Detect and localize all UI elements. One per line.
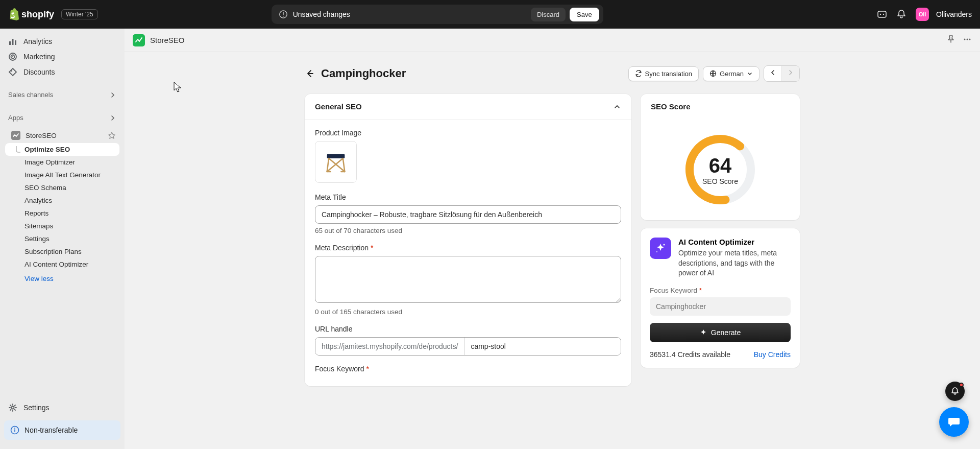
svg-point-18: [964, 38, 966, 40]
meta-desc-input[interactable]: [315, 256, 621, 303]
sidebar-app-storeseo[interactable]: StoreSEO: [5, 128, 119, 143]
sidebar-settings[interactable]: Settings: [0, 399, 125, 416]
svg-point-2: [283, 16, 284, 17]
general-seo-title: General SEO: [315, 102, 362, 111]
sidebar-ai-content[interactable]: AI Content Optimizer: [5, 258, 119, 271]
meta-title-label: Meta Title: [315, 193, 621, 201]
nav-label: Marketing: [23, 53, 55, 61]
app-label: StoreSEO: [26, 132, 57, 139]
svg-rect-6: [9, 41, 11, 45]
winter-badge: Winter '25: [61, 9, 98, 19]
view-less-link[interactable]: View less: [5, 271, 119, 287]
back-arrow[interactable]: [305, 68, 315, 79]
sidebar-alt-text[interactable]: Image Alt Text Generator: [5, 169, 119, 181]
svg-rect-8: [15, 40, 16, 45]
ai-focus-input[interactable]: [650, 297, 791, 316]
sidebar-item-discounts[interactable]: Discounts: [0, 64, 125, 80]
svg-point-4: [880, 14, 881, 15]
avatar[interactable]: Oll: [916, 8, 929, 21]
sidebar-subscription[interactable]: Subscription Plans: [5, 245, 119, 258]
credits-available: 36531.4 Credits available: [650, 350, 730, 359]
svg-point-11: [12, 56, 13, 57]
sidebar-sitemaps[interactable]: Sitemaps: [5, 220, 119, 232]
meta-title-input[interactable]: [315, 205, 621, 224]
url-handle-group: https://jamitest.myshopify.com/de/produc…: [315, 337, 621, 356]
buy-credits-link[interactable]: Buy Credits: [754, 350, 791, 359]
nav-label: Analytics: [23, 37, 52, 45]
sidebar-section-apps[interactable]: Apps: [0, 110, 125, 126]
save-button[interactable]: Save: [570, 8, 599, 21]
next-arrow: [782, 66, 799, 81]
logo-group: shopify Winter '25: [8, 8, 98, 20]
seo-score-donut: 64 SEO Score: [682, 131, 758, 208]
app-header: StoreSEO: [125, 29, 980, 52]
focus-keyword-label: Focus Keyword *: [315, 365, 621, 373]
svg-point-26: [656, 251, 657, 252]
discard-button[interactable]: Discard: [531, 8, 566, 21]
general-seo-header[interactable]: General SEO: [305, 94, 631, 120]
language-select[interactable]: German: [703, 66, 760, 81]
app-title: StoreSEO: [150, 36, 185, 44]
pin-app-icon[interactable]: [946, 35, 955, 46]
floating-chat-button[interactable]: [939, 407, 969, 437]
info-icon: [10, 426, 19, 435]
svg-rect-16: [14, 430, 15, 432]
sidebar: Analytics Marketing Discounts Sales chan…: [0, 29, 125, 449]
sidebar-reports[interactable]: Reports: [5, 207, 119, 220]
topbar-right: Oll Ollivanders: [877, 8, 972, 21]
theme-icon[interactable]: [877, 9, 887, 19]
svg-point-12: [11, 70, 12, 72]
chevron-down-icon: [747, 70, 753, 77]
prev-arrow[interactable]: [764, 66, 782, 81]
floating-notification-button[interactable]: [945, 382, 965, 401]
ai-desc: Optimize your meta titles, meta descript…: [678, 248, 791, 278]
svg-point-5: [883, 14, 884, 15]
pin-icon[interactable]: [108, 132, 115, 139]
sidebar-app-settings[interactable]: Settings: [5, 232, 119, 245]
unsaved-changes-bar: Unsaved changes Discard Save: [272, 5, 603, 24]
url-handle-label: URL handle: [315, 325, 621, 333]
discounts-icon: [8, 67, 17, 77]
svg-rect-22: [327, 154, 345, 158]
sidebar-app-analytics[interactable]: Analytics: [5, 194, 119, 207]
ai-optimizer-card: AI Content Optimizer Optimize your meta …: [641, 228, 800, 368]
svg-point-17: [14, 428, 15, 429]
language-label: German: [720, 70, 744, 78]
alert-icon: [279, 10, 288, 19]
svg-rect-1: [283, 12, 283, 15]
brand-text: shopify: [21, 9, 54, 20]
ai-focus-label: Focus Keyword *: [650, 287, 791, 294]
seo-score-title: SEO Score: [651, 102, 691, 111]
generate-button[interactable]: Generate: [650, 323, 791, 342]
general-seo-card: General SEO Product Image: [305, 94, 631, 386]
username[interactable]: Ollivanders: [936, 10, 972, 18]
url-prefix: https://jamitest.myshopify.com/de/produc…: [315, 338, 464, 355]
sidebar-image-optimizer[interactable]: Image Optimizer: [5, 156, 119, 169]
notifications-icon[interactable]: [896, 9, 906, 19]
main: StoreSEO Campinghocker: [125, 29, 980, 449]
more-icon[interactable]: [963, 35, 972, 46]
sync-label: Sync translation: [645, 70, 693, 78]
sidebar-item-marketing[interactable]: Marketing: [0, 49, 125, 64]
shopify-logo[interactable]: shopify: [8, 8, 54, 20]
ai-sparkle-icon: [650, 238, 671, 259]
non-transferable-label: Non-transferable: [24, 426, 78, 434]
sidebar-item-analytics[interactable]: Analytics: [0, 34, 125, 49]
sync-translation-button[interactable]: Sync translation: [628, 66, 699, 81]
seo-score-label: SEO Score: [702, 177, 738, 185]
nav-label: Discounts: [23, 68, 55, 76]
ai-title: AI Content Optimizer: [678, 238, 791, 246]
meta-title-help: 65 out of 70 characters used: [315, 227, 621, 234]
stool-image: [323, 149, 349, 175]
url-handle-input[interactable]: [464, 338, 621, 355]
sidebar-optimize-seo[interactable]: Optimize SEO: [5, 143, 119, 156]
tree-connector-icon: [15, 146, 21, 153]
sidebar-section-sales-channels[interactable]: Sales channels: [0, 87, 125, 103]
marketing-icon: [8, 52, 17, 61]
chevron-right-icon: [109, 91, 116, 99]
sidebar-seo-schema[interactable]: SEO Schema: [5, 181, 119, 194]
product-image-thumbnail[interactable]: [315, 141, 357, 183]
seo-score-card: SEO Score 64: [641, 94, 800, 220]
product-image-label: Product Image: [315, 129, 621, 137]
svg-point-19: [967, 38, 968, 40]
